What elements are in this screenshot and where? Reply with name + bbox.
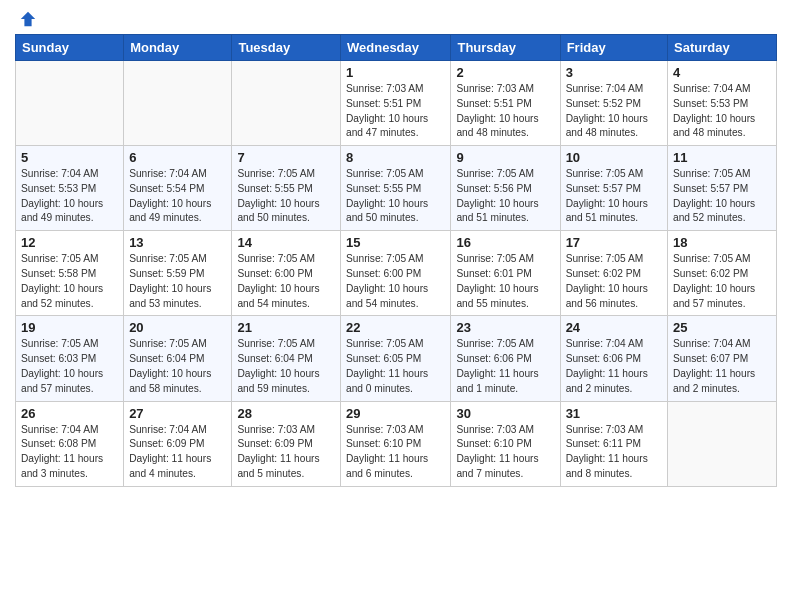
day-info: Sunrise: 7:05 AMSunset: 5:57 PMDaylight:…: [566, 167, 662, 226]
day-number: 25: [673, 320, 771, 335]
day-info: Sunrise: 7:03 AMSunset: 6:10 PMDaylight:…: [456, 423, 554, 482]
day-cell-14: 14Sunrise: 7:05 AMSunset: 6:00 PMDayligh…: [232, 231, 341, 316]
day-info: Sunrise: 7:05 AMSunset: 6:00 PMDaylight:…: [237, 252, 335, 311]
day-number: 13: [129, 235, 226, 250]
header: [15, 10, 777, 28]
weekday-header-row: SundayMondayTuesdayWednesdayThursdayFrid…: [16, 35, 777, 61]
empty-cell: [16, 61, 124, 146]
day-cell-24: 24Sunrise: 7:04 AMSunset: 6:06 PMDayligh…: [560, 316, 667, 401]
day-cell-17: 17Sunrise: 7:05 AMSunset: 6:02 PMDayligh…: [560, 231, 667, 316]
day-number: 1: [346, 65, 445, 80]
day-cell-16: 16Sunrise: 7:05 AMSunset: 6:01 PMDayligh…: [451, 231, 560, 316]
day-cell-7: 7Sunrise: 7:05 AMSunset: 5:55 PMDaylight…: [232, 146, 341, 231]
day-info: Sunrise: 7:04 AMSunset: 5:52 PMDaylight:…: [566, 82, 662, 141]
day-info: Sunrise: 7:05 AMSunset: 6:00 PMDaylight:…: [346, 252, 445, 311]
day-info: Sunrise: 7:04 AMSunset: 5:53 PMDaylight:…: [21, 167, 118, 226]
weekday-header-thursday: Thursday: [451, 35, 560, 61]
day-cell-26: 26Sunrise: 7:04 AMSunset: 6:08 PMDayligh…: [16, 401, 124, 486]
day-cell-19: 19Sunrise: 7:05 AMSunset: 6:03 PMDayligh…: [16, 316, 124, 401]
day-cell-9: 9Sunrise: 7:05 AMSunset: 5:56 PMDaylight…: [451, 146, 560, 231]
day-cell-11: 11Sunrise: 7:05 AMSunset: 5:57 PMDayligh…: [668, 146, 777, 231]
day-number: 11: [673, 150, 771, 165]
day-cell-25: 25Sunrise: 7:04 AMSunset: 6:07 PMDayligh…: [668, 316, 777, 401]
day-cell-6: 6Sunrise: 7:04 AMSunset: 5:54 PMDaylight…: [124, 146, 232, 231]
empty-cell: [124, 61, 232, 146]
day-info: Sunrise: 7:05 AMSunset: 6:05 PMDaylight:…: [346, 337, 445, 396]
day-number: 4: [673, 65, 771, 80]
day-info: Sunrise: 7:04 AMSunset: 6:09 PMDaylight:…: [129, 423, 226, 482]
day-info: Sunrise: 7:04 AMSunset: 5:53 PMDaylight:…: [673, 82, 771, 141]
day-cell-27: 27Sunrise: 7:04 AMSunset: 6:09 PMDayligh…: [124, 401, 232, 486]
day-info: Sunrise: 7:05 AMSunset: 5:55 PMDaylight:…: [237, 167, 335, 226]
page: SundayMondayTuesdayWednesdayThursdayFrid…: [0, 0, 792, 502]
empty-cell: [668, 401, 777, 486]
day-number: 31: [566, 406, 662, 421]
week-row-1: 1Sunrise: 7:03 AMSunset: 5:51 PMDaylight…: [16, 61, 777, 146]
weekday-header-monday: Monday: [124, 35, 232, 61]
day-cell-3: 3Sunrise: 7:04 AMSunset: 5:52 PMDaylight…: [560, 61, 667, 146]
day-number: 16: [456, 235, 554, 250]
day-cell-23: 23Sunrise: 7:05 AMSunset: 6:06 PMDayligh…: [451, 316, 560, 401]
day-number: 26: [21, 406, 118, 421]
day-cell-2: 2Sunrise: 7:03 AMSunset: 5:51 PMDaylight…: [451, 61, 560, 146]
day-number: 18: [673, 235, 771, 250]
day-number: 30: [456, 406, 554, 421]
day-info: Sunrise: 7:05 AMSunset: 5:55 PMDaylight:…: [346, 167, 445, 226]
day-number: 29: [346, 406, 445, 421]
week-row-4: 19Sunrise: 7:05 AMSunset: 6:03 PMDayligh…: [16, 316, 777, 401]
day-cell-28: 28Sunrise: 7:03 AMSunset: 6:09 PMDayligh…: [232, 401, 341, 486]
day-info: Sunrise: 7:05 AMSunset: 5:59 PMDaylight:…: [129, 252, 226, 311]
day-info: Sunrise: 7:03 AMSunset: 6:10 PMDaylight:…: [346, 423, 445, 482]
day-info: Sunrise: 7:05 AMSunset: 6:03 PMDaylight:…: [21, 337, 118, 396]
day-cell-4: 4Sunrise: 7:04 AMSunset: 5:53 PMDaylight…: [668, 61, 777, 146]
day-cell-8: 8Sunrise: 7:05 AMSunset: 5:55 PMDaylight…: [341, 146, 451, 231]
day-cell-5: 5Sunrise: 7:04 AMSunset: 5:53 PMDaylight…: [16, 146, 124, 231]
weekday-header-friday: Friday: [560, 35, 667, 61]
day-number: 15: [346, 235, 445, 250]
day-number: 24: [566, 320, 662, 335]
day-number: 20: [129, 320, 226, 335]
day-info: Sunrise: 7:05 AMSunset: 5:56 PMDaylight:…: [456, 167, 554, 226]
day-info: Sunrise: 7:04 AMSunset: 5:54 PMDaylight:…: [129, 167, 226, 226]
calendar-table: SundayMondayTuesdayWednesdayThursdayFrid…: [15, 34, 777, 487]
day-info: Sunrise: 7:05 AMSunset: 6:02 PMDaylight:…: [673, 252, 771, 311]
day-cell-12: 12Sunrise: 7:05 AMSunset: 5:58 PMDayligh…: [16, 231, 124, 316]
day-number: 7: [237, 150, 335, 165]
day-cell-22: 22Sunrise: 7:05 AMSunset: 6:05 PMDayligh…: [341, 316, 451, 401]
day-number: 17: [566, 235, 662, 250]
week-row-2: 5Sunrise: 7:04 AMSunset: 5:53 PMDaylight…: [16, 146, 777, 231]
day-info: Sunrise: 7:03 AMSunset: 6:11 PMDaylight:…: [566, 423, 662, 482]
day-number: 22: [346, 320, 445, 335]
day-cell-29: 29Sunrise: 7:03 AMSunset: 6:10 PMDayligh…: [341, 401, 451, 486]
day-number: 14: [237, 235, 335, 250]
day-number: 19: [21, 320, 118, 335]
day-number: 5: [21, 150, 118, 165]
day-info: Sunrise: 7:04 AMSunset: 6:06 PMDaylight:…: [566, 337, 662, 396]
day-info: Sunrise: 7:04 AMSunset: 6:07 PMDaylight:…: [673, 337, 771, 396]
week-row-3: 12Sunrise: 7:05 AMSunset: 5:58 PMDayligh…: [16, 231, 777, 316]
logo: [15, 10, 37, 28]
day-info: Sunrise: 7:03 AMSunset: 5:51 PMDaylight:…: [346, 82, 445, 141]
day-number: 3: [566, 65, 662, 80]
day-info: Sunrise: 7:04 AMSunset: 6:08 PMDaylight:…: [21, 423, 118, 482]
day-info: Sunrise: 7:03 AMSunset: 5:51 PMDaylight:…: [456, 82, 554, 141]
weekday-header-saturday: Saturday: [668, 35, 777, 61]
day-cell-31: 31Sunrise: 7:03 AMSunset: 6:11 PMDayligh…: [560, 401, 667, 486]
day-number: 2: [456, 65, 554, 80]
day-info: Sunrise: 7:05 AMSunset: 6:02 PMDaylight:…: [566, 252, 662, 311]
day-number: 8: [346, 150, 445, 165]
day-cell-20: 20Sunrise: 7:05 AMSunset: 6:04 PMDayligh…: [124, 316, 232, 401]
day-cell-18: 18Sunrise: 7:05 AMSunset: 6:02 PMDayligh…: [668, 231, 777, 316]
day-info: Sunrise: 7:05 AMSunset: 6:06 PMDaylight:…: [456, 337, 554, 396]
day-number: 28: [237, 406, 335, 421]
day-cell-1: 1Sunrise: 7:03 AMSunset: 5:51 PMDaylight…: [341, 61, 451, 146]
day-cell-15: 15Sunrise: 7:05 AMSunset: 6:00 PMDayligh…: [341, 231, 451, 316]
day-cell-30: 30Sunrise: 7:03 AMSunset: 6:10 PMDayligh…: [451, 401, 560, 486]
day-number: 23: [456, 320, 554, 335]
day-number: 10: [566, 150, 662, 165]
day-number: 21: [237, 320, 335, 335]
empty-cell: [232, 61, 341, 146]
weekday-header-sunday: Sunday: [16, 35, 124, 61]
day-info: Sunrise: 7:05 AMSunset: 6:01 PMDaylight:…: [456, 252, 554, 311]
day-number: 6: [129, 150, 226, 165]
